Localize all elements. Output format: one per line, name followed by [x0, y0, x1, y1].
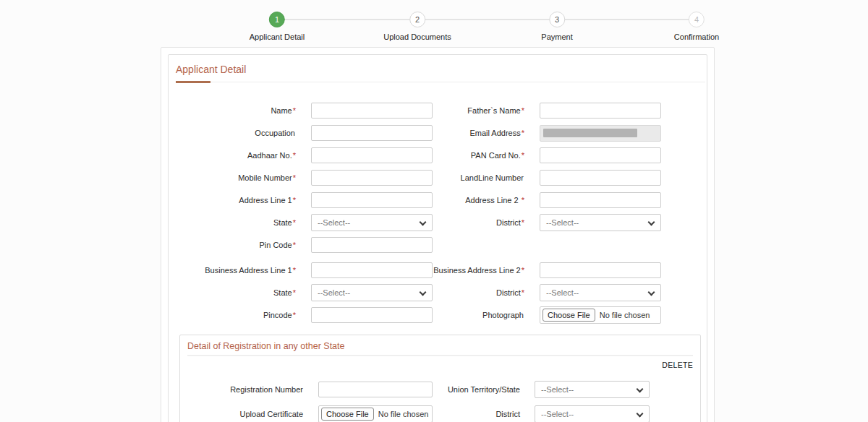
choose-file-button[interactable]: Choose File [542, 309, 595, 322]
district-select[interactable]: --Select-- [540, 214, 661, 231]
form-row: Occupation Email Address* [169, 124, 707, 142]
registration-form: Registration Number Union Territory/Stat… [187, 381, 693, 422]
photograph-label: Photograph [433, 311, 524, 320]
aadhaar-input[interactable] [311, 147, 433, 163]
required-asterisk: * [293, 196, 296, 204]
business-district-label: District* [433, 288, 524, 298]
step-2-label: Upload Documents [383, 33, 451, 41]
aadhaar-label: Aadhaar No.* [169, 151, 296, 160]
business-address-line-2-input[interactable] [540, 262, 661, 278]
form-row: Business Address Line 1* Business Addres… [169, 262, 707, 279]
district-label: District* [433, 218, 524, 228]
title-underline-accent [176, 81, 210, 83]
form-row: Upload Certificate Choose File No file c… [187, 405, 693, 422]
form-row: Mobile Number* LandLine Number [169, 169, 707, 186]
business-state-select[interactable]: --Select-- [311, 284, 433, 301]
required-asterisk: * [293, 266, 296, 275]
mobile-label: Mobile Number* [169, 173, 296, 183]
step-applicant-detail: 1 Applicant Detail [250, 12, 305, 41]
upload-certificate-file-input[interactable]: Choose File No file chosen [318, 405, 433, 422]
file-chosen-text: No file chosen [600, 311, 650, 319]
registration-number-input[interactable] [318, 382, 433, 397]
required-asterisk: * [293, 311, 296, 319]
required-asterisk: * [522, 106, 524, 115]
choose-file-button[interactable]: Choose File [321, 408, 374, 421]
business-district-select[interactable]: --Select-- [540, 284, 661, 301]
required-asterisk: * [293, 241, 296, 249]
delete-registration-button[interactable]: DELETE [662, 361, 693, 369]
address-line-2-input[interactable] [540, 192, 661, 208]
registration-district-select-value: --Select-- [541, 410, 574, 418]
business-address-line-2-label: Business Address Line 2* [433, 266, 524, 275]
state-select-value: --Select-- [318, 218, 350, 227]
union-territory-state-select-value: --Select-- [541, 385, 574, 394]
state-select[interactable]: --Select-- [311, 214, 433, 231]
step-confirmation: 4 Confirmation [674, 12, 719, 41]
step-4-label: Confirmation [674, 33, 719, 41]
chevron-down-icon [637, 386, 644, 393]
step-upload-documents: 2 Upload Documents [383, 12, 451, 41]
address-line-2-label: Address Line 2 * [433, 196, 524, 205]
pin-code-input[interactable] [311, 237, 433, 253]
required-asterisk: * [293, 151, 296, 160]
registration-section-underline [187, 355, 693, 356]
business-district-select-value: --Select-- [546, 288, 579, 297]
applicant-detail-card: Applicant Detail Name* Father`s Name* Oc… [161, 47, 715, 422]
chevron-down-icon [637, 410, 644, 418]
form-row: Registration Number Union Territory/Stat… [187, 381, 693, 398]
occupation-input[interactable] [311, 125, 433, 141]
step-4-circle[interactable]: 4 [689, 12, 705, 27]
email-input-disabled [540, 125, 661, 142]
registration-number-label: Registration Number [187, 385, 303, 395]
fathers-name-label: Father`s Name* [433, 106, 524, 116]
union-territory-state-label: Union Territory/State [433, 385, 520, 395]
step-1-circle[interactable]: 1 [269, 12, 285, 27]
pincode-input[interactable] [311, 307, 433, 323]
form-row: Name* Father`s Name* [169, 102, 707, 119]
fathers-name-input[interactable] [540, 103, 661, 119]
address-line-1-label: Address Line 1* [169, 196, 296, 205]
title-underline-rest [210, 82, 705, 82]
registration-other-state-section: Detail of Registration in any other Stat… [179, 335, 701, 422]
form-row: Pin Code* [169, 236, 707, 254]
registration-section-title: Detail of Registration in any other Stat… [187, 341, 693, 351]
form-row: Aadhaar No.* PAN Card No.* [169, 147, 707, 164]
required-asterisk: * [522, 288, 524, 297]
union-territory-state-select[interactable]: --Select-- [535, 381, 650, 398]
pincode-label: Pincode* [169, 311, 296, 320]
chevron-down-icon [420, 289, 427, 296]
registration-district-select[interactable]: --Select-- [535, 405, 650, 422]
redacted-email-value [543, 129, 637, 137]
photograph-file-input[interactable]: Choose File No file chosen [540, 306, 661, 324]
title-underline [176, 81, 705, 83]
applicant-form: Name* Father`s Name* Occupation Email Ad… [169, 102, 707, 324]
step-payment: 3 Payment [541, 12, 572, 41]
required-asterisk: * [293, 106, 296, 115]
form-row: Address Line 1* Address Line 2 * [169, 191, 707, 209]
form-row: State* --Select-- District* --Select-- [169, 214, 707, 231]
name-label: Name* [169, 106, 296, 116]
panel-title: Applicant Detail [176, 64, 699, 75]
business-state-label: State* [169, 288, 296, 298]
required-asterisk: * [522, 129, 524, 137]
business-address-line-1-label: Business Address Line 1* [169, 266, 296, 275]
district-select-value: --Select-- [546, 218, 579, 227]
step-1-label: Applicant Detail [250, 33, 305, 41]
form-row: State* --Select-- District* --Select-- [169, 284, 707, 301]
required-asterisk: * [522, 218, 524, 227]
name-input[interactable] [311, 103, 433, 119]
required-asterisk: * [293, 288, 296, 297]
address-line-1-input[interactable] [311, 192, 433, 208]
chevron-down-icon [648, 219, 655, 226]
step-3-label: Payment [541, 33, 572, 41]
chevron-down-icon [648, 289, 655, 296]
occupation-label: Occupation [169, 129, 296, 138]
step-3-circle[interactable]: 3 [549, 12, 565, 27]
pan-input[interactable] [540, 147, 661, 163]
applicant-detail-panel: Applicant Detail Name* Father`s Name* Oc… [168, 54, 707, 422]
state-label: State* [169, 218, 296, 228]
mobile-input[interactable] [311, 170, 433, 186]
step-2-circle[interactable]: 2 [409, 12, 425, 27]
landline-input[interactable] [540, 170, 661, 186]
business-address-line-1-input[interactable] [311, 262, 433, 278]
